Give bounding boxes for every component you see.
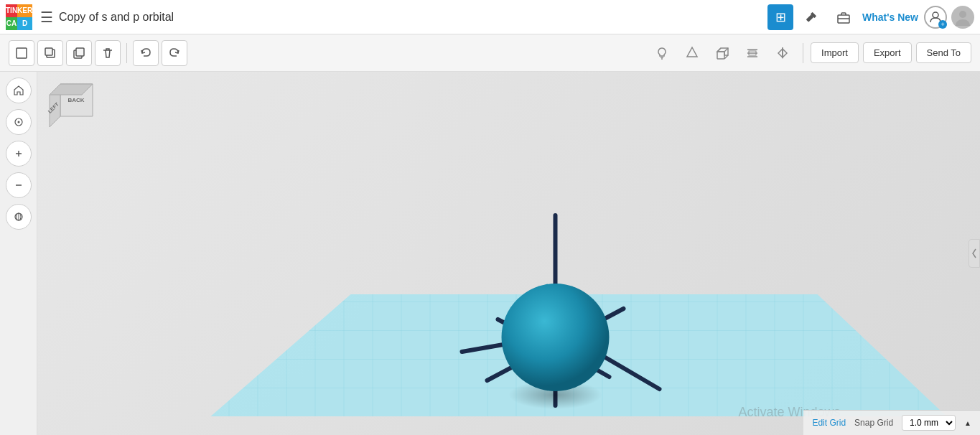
svg-rect-14 — [717, 52, 724, 59]
cube-icon — [715, 46, 729, 60]
perspective-icon — [13, 211, 24, 223]
whats-new-button[interactable]: What's New — [862, 11, 918, 23]
duplicate-icon — [73, 47, 85, 60]
briefcase-button[interactable] — [831, 4, 857, 30]
bottom-bar: Edit Grid Snap Grid 1.0 mm 0.1 mm 0.5 mm… — [803, 410, 980, 435]
new-icon — [15, 47, 28, 60]
grid-view-button[interactable]: ⊞ — [767, 4, 793, 30]
project-title: Copy of s and p orbital — [59, 11, 408, 24]
tinkercad-logo[interactable]: TIN KER CA D — [6, 4, 32, 30]
nav-right: + — [924, 6, 974, 29]
duplicate-button[interactable] — [66, 40, 92, 66]
export-button[interactable]: Export — [863, 42, 912, 63]
snap-grid-label: Snap Grid — [854, 418, 893, 428]
mirror-icon — [775, 46, 790, 60]
copy-button[interactable] — [37, 40, 63, 66]
import-button[interactable]: Import — [811, 42, 859, 63]
delete-icon — [101, 47, 114, 60]
menu-icon[interactable]: ☰ — [40, 9, 53, 26]
home-view-button[interactable] — [6, 78, 32, 103]
scene-svg: Activate Windows — [37, 72, 980, 435]
undo-icon — [139, 47, 152, 60]
perspective-button[interactable] — [6, 204, 32, 230]
shape-icon — [685, 46, 699, 60]
fit-icon — [13, 116, 24, 128]
snap-grid-select[interactable]: 1.0 mm 0.1 mm 0.5 mm 2.0 mm 5.0 mm — [902, 415, 956, 431]
redo-icon — [168, 47, 181, 60]
main-area: BACK LEFT — [0, 72, 980, 435]
align-icon — [745, 46, 760, 60]
mirror-button[interactable] — [770, 40, 795, 66]
top-navigation: TIN KER CA D ☰ Copy of s and p orbital ⊞… — [0, 0, 980, 34]
logo-tin: TIN — [6, 4, 17, 17]
add-user-button[interactable]: + — [924, 6, 947, 29]
svg-marker-24 — [778, 49, 783, 57]
zoom-out-button[interactable] — [6, 172, 32, 198]
collapse-handle[interactable] — [969, 239, 980, 268]
svg-rect-8 — [45, 48, 52, 55]
zoom-out-icon — [13, 179, 24, 191]
svg-marker-13 — [687, 47, 697, 57]
send-to-button[interactable]: Send To — [916, 42, 971, 63]
align-button[interactable] — [739, 40, 765, 66]
sphere[interactable] — [502, 284, 610, 391]
new-button[interactable] — [9, 40, 34, 66]
fit-view-button[interactable] — [6, 109, 32, 135]
viewport[interactable]: BACK LEFT — [37, 72, 980, 435]
separator-2 — [803, 43, 803, 63]
separator-1 — [126, 43, 127, 63]
chevron-left-icon — [971, 248, 978, 259]
svg-rect-10 — [76, 48, 84, 56]
home-icon — [13, 85, 24, 96]
zoom-in-icon — [13, 148, 24, 159]
avatar-icon — [953, 7, 973, 27]
avatar[interactable] — [951, 6, 974, 29]
svg-marker-25 — [783, 49, 787, 57]
shape-button[interactable] — [679, 40, 705, 66]
delete-button[interactable] — [95, 40, 121, 66]
logo-d: D — [17, 17, 32, 30]
lightbulb-icon — [655, 46, 669, 60]
svg-rect-6 — [17, 48, 27, 58]
svg-point-27 — [17, 121, 19, 123]
redo-button[interactable] — [162, 40, 187, 66]
zoom-in-button[interactable] — [6, 141, 32, 167]
hammer-button[interactable] — [799, 4, 825, 30]
snap-up-icon[interactable]: ▲ — [964, 419, 971, 427]
lightbulb-button[interactable] — [649, 40, 675, 66]
left-panel — [0, 72, 37, 435]
toolbar-right: Import Export Send To — [649, 40, 971, 66]
logo-ker: KER — [17, 4, 32, 17]
add-user-plus-icon: + — [938, 20, 947, 29]
svg-point-5 — [959, 11, 966, 18]
undo-button[interactable] — [133, 40, 159, 66]
toolbar: Import Export Send To — [0, 34, 980, 72]
copy-icon — [44, 47, 57, 60]
edit-grid-label[interactable]: Edit Grid — [812, 418, 846, 428]
cube-button[interactable] — [709, 40, 735, 66]
briefcase-icon — [836, 10, 851, 24]
hammer-icon — [805, 10, 819, 24]
logo-ca: CA — [6, 17, 17, 30]
svg-point-4 — [933, 12, 938, 18]
